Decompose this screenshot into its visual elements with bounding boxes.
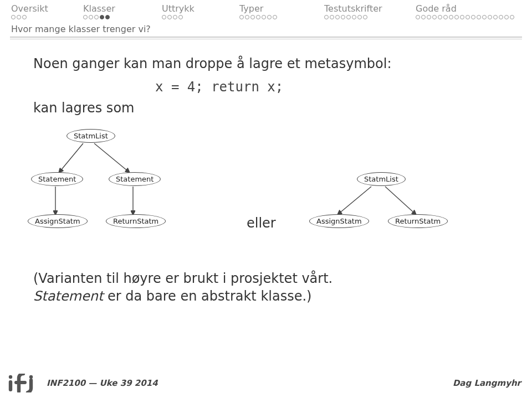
progress-dot	[162, 15, 166, 19]
progress-dot	[432, 15, 437, 19]
svg-line-4	[338, 187, 371, 214]
nav-label: Uttrykk	[162, 3, 195, 14]
node-statmlist: StatmList	[66, 129, 115, 143]
progress-dot	[427, 15, 431, 19]
footer-course: INF2100 — Uke 39 2014	[47, 378, 158, 388]
slide-subtitle: Hvor mange klasser trenger vi?	[0, 20, 532, 37]
progress-dot	[346, 15, 351, 19]
progress-dot	[239, 15, 244, 19]
outro-statement-class: Statement	[33, 288, 103, 304]
progress-dot	[443, 15, 448, 19]
nav-item-typer: Typer	[239, 3, 324, 20]
node-assignstatm: AssignStatm	[309, 214, 369, 228]
progress-dots	[416, 15, 526, 19]
outro-line2: er da bare en abstrakt klasse.)	[103, 288, 311, 304]
svg-line-1	[94, 143, 129, 172]
progress-dot	[499, 15, 503, 19]
progress-dot	[510, 15, 514, 19]
progress-dot	[482, 15, 487, 19]
node-returnstatm: ReturnStatm	[106, 214, 166, 228]
nav-label: Typer	[239, 3, 263, 14]
node-statmlist: StatmList	[357, 172, 406, 186]
progress-dots	[83, 15, 162, 19]
divider	[10, 39, 522, 39]
progress-dot	[352, 15, 356, 19]
svg-rect-7	[9, 380, 12, 391]
progress-dot	[330, 15, 334, 19]
nav-item-oversikt: Oversikt	[11, 3, 83, 20]
progress-dot	[438, 15, 442, 19]
progress-dots	[11, 15, 83, 19]
svg-point-6	[9, 375, 12, 379]
progress-dot	[335, 15, 340, 19]
progress-dot	[83, 15, 88, 19]
progress-dot	[173, 15, 177, 19]
progress-dot	[22, 15, 27, 19]
footer-author: Dag Langmyhr	[453, 378, 521, 388]
nav-label: Gode råd	[416, 3, 457, 14]
svg-point-9	[29, 375, 33, 379]
nav-label: Klasser	[83, 3, 115, 14]
progress-dot	[250, 15, 255, 19]
code-snippet: x = 4; return x;	[155, 79, 532, 95]
progress-dots	[324, 15, 416, 19]
node-returnstatm: ReturnStatm	[388, 214, 448, 228]
nav-label: Testutskrifter	[324, 3, 382, 14]
progress-dot	[89, 15, 93, 19]
progress-dot	[357, 15, 362, 19]
node-statement: Statement	[109, 172, 161, 186]
node-assignstatm: AssignStatm	[28, 214, 88, 228]
progress-dot	[416, 15, 420, 19]
progress-dot	[267, 15, 272, 19]
svg-line-5	[385, 187, 416, 214]
progress-dot	[421, 15, 426, 19]
nav-item-testutskrifter: Testutskrifter	[324, 3, 416, 20]
progress-dot	[493, 15, 498, 19]
progress-dot	[504, 15, 509, 19]
nav-item-klasser: Klasser	[83, 3, 162, 20]
progress-dot	[178, 15, 183, 19]
progress-dot	[100, 15, 104, 19]
nav-label: Oversikt	[11, 3, 48, 14]
nav-item-goderad: Gode råd	[416, 3, 526, 20]
progress-dot	[273, 15, 277, 19]
progress-dot	[11, 15, 16, 19]
outro-line1: (Varianten til høyre er brukt i prosjekt…	[33, 271, 332, 286]
divider	[10, 37, 522, 38]
svg-rect-8	[14, 381, 27, 384]
progress-dot	[363, 15, 367, 19]
progress-dot	[460, 15, 464, 19]
progress-dot	[17, 15, 21, 19]
progress-dot	[94, 15, 99, 19]
progress-dot	[341, 15, 345, 19]
progress-dot	[471, 15, 475, 19]
footer: INF2100 — Uke 39 2014 Dag Langmyhr	[0, 373, 532, 398]
intro-text: Noen ganger kan man droppe å lagre et me…	[33, 56, 532, 71]
progress-dot	[245, 15, 249, 19]
progress-dot	[262, 15, 266, 19]
ifi-logo-icon	[7, 374, 40, 392]
section-nav: Oversikt Klasser Uttrykk Typer Testutskr…	[0, 0, 532, 20]
progress-dot	[488, 15, 492, 19]
progress-dot	[105, 15, 110, 19]
outro-text: (Varianten til høyre er brukt i prosjekt…	[33, 270, 532, 306]
progress-dot	[449, 15, 453, 19]
stored-as-text: kan lagres som	[33, 100, 532, 116]
progress-dot	[454, 15, 459, 19]
progress-dot	[466, 15, 470, 19]
svg-line-0	[59, 143, 83, 172]
progress-dot	[167, 15, 172, 19]
progress-dots	[162, 15, 239, 19]
or-label: eller	[247, 215, 276, 231]
arrows-left	[0, 121, 233, 260]
progress-dot	[477, 15, 481, 19]
nav-item-uttrykk: Uttrykk	[162, 3, 239, 20]
diagram-row: StatmList Statement Statement AssignStat…	[0, 121, 532, 265]
progress-dot	[256, 15, 260, 19]
progress-dot	[324, 15, 329, 19]
node-statement: Statement	[31, 172, 83, 186]
progress-dots	[239, 15, 324, 19]
